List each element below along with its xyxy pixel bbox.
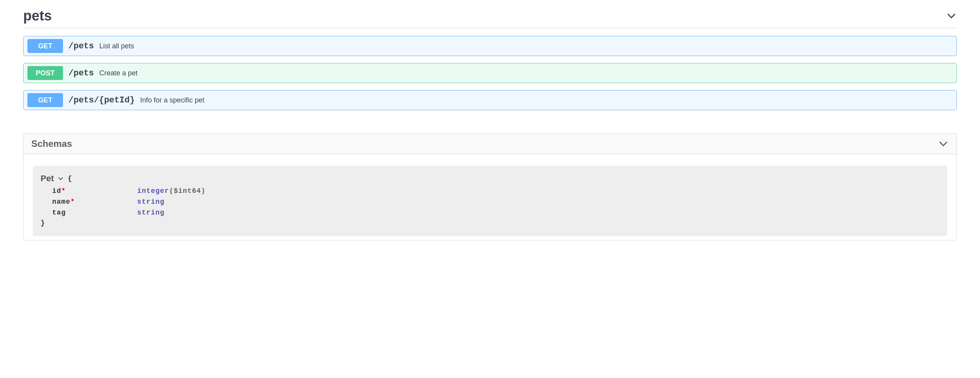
- operation-row: GET /pets/{petId} Info for a specific pe…: [24, 90, 956, 110]
- property-type-wrapper: string: [137, 208, 165, 218]
- schemas-header[interactable]: Schemas: [24, 134, 956, 154]
- property-name-text: tag: [52, 209, 66, 216]
- operation-post-pets[interactable]: POST /pets Create a pet: [23, 63, 957, 83]
- operation-path: /pets: [68, 41, 94, 51]
- property-row: id* integer($int64): [52, 186, 939, 197]
- tag-section: pets GET /pets List all pets POST /pets …: [23, 4, 957, 110]
- method-badge: GET: [27, 39, 63, 53]
- required-star-icon: *: [70, 198, 75, 206]
- operation-path: /pets: [68, 68, 94, 78]
- model-title-row: Pet {: [41, 174, 939, 184]
- property-type-wrapper: integer($int64): [137, 186, 206, 197]
- method-badge: GET: [27, 93, 63, 107]
- property-name-text: name: [52, 198, 70, 206]
- chevron-down-icon: [946, 10, 957, 21]
- schemas-section: Schemas Pet { id* integer($int64) name*: [23, 133, 957, 240]
- operation-summary: Info for a specific pet: [140, 96, 204, 104]
- operations-list: GET /pets List all pets POST /pets Creat…: [23, 36, 957, 110]
- operation-summary: Create a pet: [99, 69, 138, 77]
- schemas-body: Pet { id* integer($int64) name* string t…: [24, 154, 956, 240]
- chevron-down-icon[interactable]: [58, 175, 64, 182]
- model-properties: id* integer($int64) name* string tag str…: [41, 186, 939, 218]
- operation-row: POST /pets Create a pet: [24, 63, 956, 83]
- property-type: integer: [137, 187, 169, 195]
- operation-path: /pets/{petId}: [68, 95, 135, 105]
- operation-get-pet-by-id[interactable]: GET /pets/{petId} Info for a specific pe…: [23, 90, 957, 110]
- property-format: ($int64): [169, 187, 206, 195]
- model-name: Pet: [41, 174, 54, 184]
- required-star-icon: *: [61, 187, 66, 195]
- open-brace: {: [68, 175, 72, 182]
- property-row: name* string: [52, 197, 939, 208]
- property-type: string: [137, 198, 165, 206]
- method-badge: POST: [27, 66, 63, 80]
- property-name: name*: [52, 197, 137, 208]
- property-name-text: id: [52, 187, 61, 195]
- property-name: tag: [52, 208, 137, 218]
- operation-get-pets[interactable]: GET /pets List all pets: [23, 36, 957, 56]
- schemas-title: Schemas: [31, 138, 72, 149]
- property-type: string: [137, 209, 165, 216]
- chevron-down-icon: [938, 138, 949, 149]
- close-brace: }: [41, 219, 939, 227]
- operation-row: GET /pets List all pets: [24, 36, 956, 56]
- property-name: id*: [52, 186, 137, 197]
- property-type-wrapper: string: [137, 197, 165, 208]
- property-row: tag string: [52, 208, 939, 218]
- tag-header[interactable]: pets: [23, 4, 957, 28]
- tag-name: pets: [23, 8, 52, 24]
- model-box-pet: Pet { id* integer($int64) name* string t…: [33, 166, 947, 236]
- operation-summary: List all pets: [99, 42, 134, 50]
